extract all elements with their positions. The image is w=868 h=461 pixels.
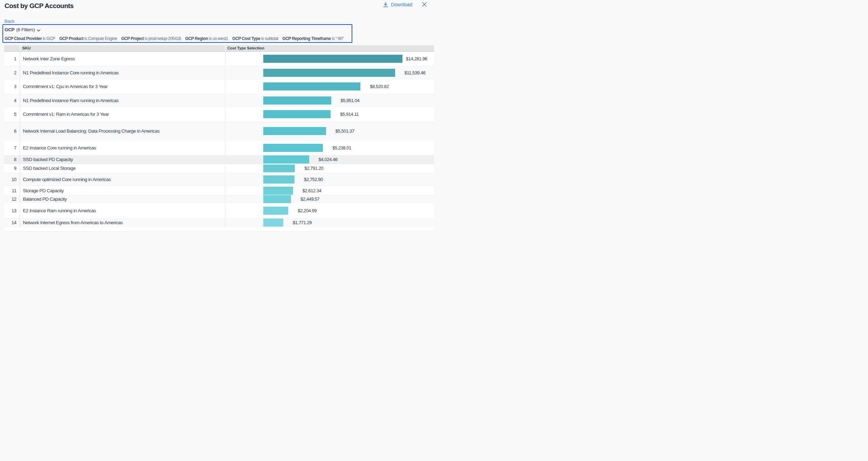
- cost-bar[interactable]: [263, 165, 295, 173]
- filter-field-name: GCP Project: [121, 36, 144, 41]
- filter-field-name: GCP Reporting Timeframe: [283, 36, 331, 41]
- filter-condition[interactable]: GCP Region is us-west1: [185, 36, 228, 41]
- filter-condition[interactable]: GCP Cost Type is subtotal: [232, 36, 278, 41]
- row-divider-2: [225, 164, 225, 173]
- cost-bar[interactable]: [263, 219, 284, 227]
- filter-field-name: GCP Region: [185, 36, 208, 41]
- table-bottom-filler: [4, 227, 434, 230]
- filter-field-name: GCP Cost Type: [232, 36, 260, 41]
- row-divider-1: [20, 52, 20, 66]
- table-row[interactable]: 9 SSD backed Local Storage $2,791.20: [4, 164, 434, 173]
- table-row[interactable]: 8 SSD backed PD Capacity $4,024.46: [4, 155, 434, 165]
- row-sku-label: SSD backed PD Capacity: [23, 155, 224, 165]
- row-rank: 11: [4, 186, 16, 195]
- row-divider-1: [20, 173, 20, 187]
- row-sku-label: N1 Predefined Instance Core running in A…: [23, 66, 224, 80]
- row-rank: 4: [4, 94, 16, 108]
- row-divider-2: [225, 141, 225, 155]
- row-sku-label: Network Internet Egress from Americas to…: [23, 218, 224, 227]
- table-row[interactable]: 13 E2 Instance Ram running in Americas $…: [4, 203, 434, 218]
- filter-group-summary[interactable]: GCP (6 Filters): [5, 27, 352, 33]
- table-row[interactable]: 7 E2 Instance Core running in Americas $…: [4, 141, 434, 155]
- download-label: Download: [391, 2, 412, 7]
- cost-bar[interactable]: [263, 110, 331, 118]
- download-icon: [383, 2, 388, 7]
- filter-field-condition: is "-90": [332, 36, 344, 41]
- filter-condition[interactable]: GCP Reporting Timeframe is "-90": [283, 36, 344, 41]
- cost-bar[interactable]: [263, 207, 289, 215]
- row-divider-1: [20, 94, 20, 108]
- table-row[interactable]: 2 N1 Predefined Instance Core running in…: [4, 66, 434, 80]
- cost-value-label: $2,612.34: [303, 186, 321, 195]
- row-divider-1: [20, 218, 20, 227]
- cost-value-label: $5,501.37: [335, 121, 354, 141]
- row-divider-2: [225, 107, 225, 121]
- row-divider-2: [225, 80, 225, 94]
- cost-bar[interactable]: [263, 155, 309, 163]
- row-rank: 5: [4, 107, 16, 121]
- cost-bar[interactable]: [263, 82, 361, 91]
- cost-bar[interactable]: [263, 96, 331, 105]
- cost-value-label: $11,539.46: [405, 66, 426, 80]
- row-sku-label: SSD backed Local Storage: [23, 164, 224, 173]
- filter-condition[interactable]: GCP Cloud Provider is GCP: [5, 36, 55, 41]
- header-divider-1: [20, 45, 20, 52]
- row-sku-label: Network Inter Zone Egress: [23, 52, 224, 66]
- cost-bar[interactable]: [263, 144, 323, 152]
- table-row[interactable]: 6 Network Internal Load Balancing: Data …: [4, 121, 434, 141]
- row-divider-1: [20, 164, 20, 173]
- header-divider-2: [225, 45, 226, 52]
- cost-bar[interactable]: [263, 175, 295, 183]
- cost-bar[interactable]: [263, 127, 326, 135]
- cost-value-label: $5,238.01: [332, 141, 351, 155]
- table-row[interactable]: 3 Commitment v1: Cpu in Americas for 3 Y…: [4, 80, 434, 94]
- chevron-down-icon: [37, 27, 40, 33]
- table-row[interactable]: 14 Network Internet Egress from Americas…: [4, 218, 434, 227]
- cost-bar[interactable]: [263, 69, 395, 77]
- row-rank: 13: [4, 203, 16, 218]
- row-rank: 10: [4, 173, 16, 187]
- filter-group-count: (6 Filters): [16, 27, 35, 33]
- row-divider-2: [225, 121, 225, 141]
- column-header-sku[interactable]: SKU: [22, 45, 31, 52]
- cost-bar[interactable]: [263, 187, 293, 195]
- filter-field-condition: is us-west1: [209, 36, 228, 41]
- table-row[interactable]: 10 Compute optimized Core running in Ame…: [4, 173, 434, 187]
- row-divider-2: [225, 186, 225, 195]
- row-divider-2: [225, 94, 225, 108]
- back-link[interactable]: Back: [5, 19, 15, 24]
- cost-bar[interactable]: [263, 55, 403, 63]
- table-header-row: SKU Cost Type Selection: [4, 45, 434, 52]
- filter-field-condition: is Compute Engine: [84, 36, 117, 41]
- row-sku-label: Commitment v1: Cpu in Americas for 3 Yea…: [23, 80, 224, 94]
- download-button[interactable]: Download: [383, 2, 412, 7]
- table-row[interactable]: 1 Network Inter Zone Egress $14,281.96: [4, 52, 434, 66]
- filter-field-condition: is GCP: [43, 36, 55, 41]
- row-rank: 8: [4, 155, 16, 165]
- table-row[interactable]: 11 Storage PD Capacity $2,612.34: [4, 186, 434, 195]
- table-row[interactable]: 5 Commitment v1: Ram in Americas for 3 Y…: [4, 107, 434, 121]
- table-row[interactable]: 4 N1 Predefined Instance Ram running in …: [4, 94, 434, 108]
- cost-value-label: $2,204.99: [298, 203, 317, 218]
- close-icon: [422, 2, 427, 7]
- row-rank: 12: [4, 195, 16, 203]
- page-title: Cost by GCP Accounts: [5, 2, 74, 10]
- row-divider-1: [20, 186, 20, 195]
- filter-group-name: GCP: [5, 27, 14, 33]
- cost-bar[interactable]: [263, 195, 291, 203]
- row-sku-label: N1 Predefined Instance Ram running in Am…: [23, 94, 224, 108]
- row-rank: 7: [4, 141, 16, 155]
- filter-condition[interactable]: GCP Product is Compute Engine: [59, 36, 117, 41]
- filter-condition[interactable]: GCP Project is prod-setup-205416: [121, 36, 181, 41]
- row-rank: 6: [4, 121, 16, 141]
- row-sku-label: Compute optimized Core running in Americ…: [23, 173, 224, 187]
- cost-by-gcp-accounts-modal: Cost by GCP Accounts Download Back GCP (…: [0, 0, 434, 230]
- table-row[interactable]: 12 Balanced PD Capacity $2,449.57: [4, 195, 434, 203]
- row-rank: 3: [4, 80, 16, 94]
- row-divider-2: [225, 203, 225, 218]
- close-button[interactable]: [422, 2, 427, 7]
- row-sku-label: E2 Instance Core running in Americas: [23, 141, 224, 155]
- column-header-cost-type-selection[interactable]: Cost Type Selection: [228, 45, 264, 52]
- row-divider-2: [225, 66, 225, 80]
- row-divider-1: [20, 155, 20, 165]
